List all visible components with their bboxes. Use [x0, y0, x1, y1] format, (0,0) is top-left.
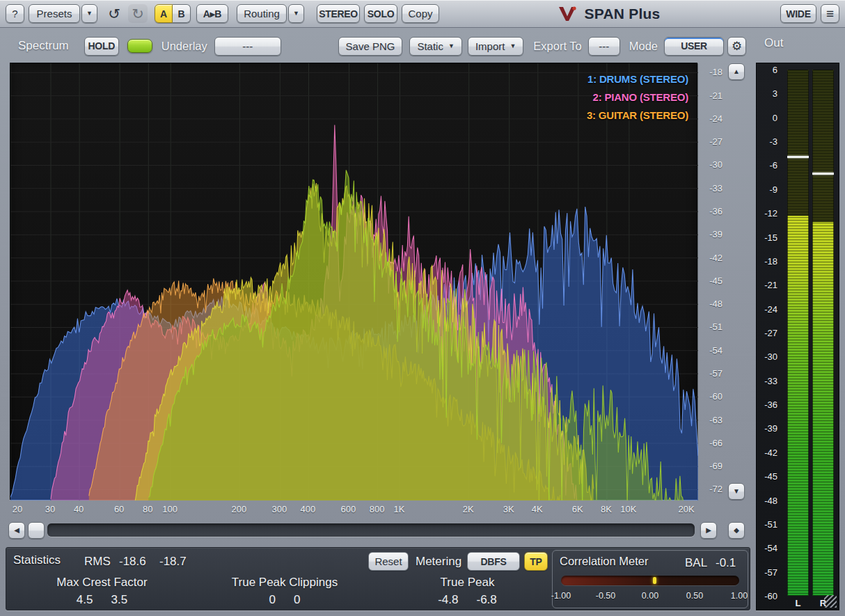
voxengo-logo-mark [557, 5, 578, 23]
presets-button[interactable]: Presets [29, 4, 80, 23]
export-to-label: Export To [533, 40, 581, 53]
freq-tick-label: 80 [143, 504, 152, 514]
dbfs-button[interactable]: DBFS [467, 552, 520, 571]
correlation-scale-label: 0.00 [642, 591, 658, 601]
freq-tick-label: 6K [572, 504, 583, 514]
freq-tick-label: 3K [503, 504, 514, 514]
statistics-panel: Statistics RMS -18.6 -18.7 Reset Meterin… [6, 547, 750, 610]
menu-icon: ≡ [826, 7, 834, 20]
db-tick-label: -63 [709, 414, 722, 425]
redo-icon[interactable]: ↻ [128, 4, 148, 23]
export-to-button[interactable]: --- [588, 37, 620, 56]
freq-tick-label: 20K [678, 504, 694, 514]
scroll-down-button[interactable]: ▼ [728, 483, 745, 500]
true-peak-clippings-right: 0 [294, 593, 300, 607]
meter-bar-left [787, 70, 809, 596]
scroll-left-button[interactable]: ◀ [8, 522, 25, 539]
tab-statistics[interactable]: Statistics [13, 553, 61, 567]
spectrum-legend: 1: DRUMS (STEREO)2: PIANO (STEREO)3: GUI… [587, 70, 688, 125]
copy-button[interactable]: Copy [402, 4, 439, 23]
a-to-b-button[interactable]: A▸B [196, 4, 228, 23]
tab-spectrum[interactable]: Spectrum [10, 33, 77, 58]
tab-correlation-meter[interactable]: Correlation Meter [560, 555, 648, 568]
spectrum-db-scale: -18-21-24-27-30-33-36-39-42-45-48-51-54-… [697, 63, 727, 500]
db-tick-label: -69 [709, 461, 722, 471]
freq-tick-label: 600 [341, 504, 356, 514]
meter-tick-label: -9 [757, 184, 777, 194]
resize-grip[interactable] [824, 595, 837, 608]
db-tick-label: -66 [709, 437, 722, 448]
db-tick-label: -45 [709, 275, 722, 285]
true-peak-clippings-group: True Peak Clippings 0 0 [205, 576, 365, 607]
hold-button[interactable]: HOLD [84, 37, 119, 56]
hscroll-thumb[interactable] [28, 522, 45, 539]
freq-tick-label: 40 [74, 504, 84, 514]
solo-button[interactable]: SOLO [364, 4, 397, 23]
hscroll-track[interactable] [47, 523, 695, 537]
meter-tick-label: -33 [757, 375, 777, 386]
meter-tick-label: -48 [757, 495, 777, 505]
wide-button[interactable]: WIDE [780, 4, 816, 23]
voxengo-logo [557, 5, 578, 23]
menu-button[interactable]: ≡ [821, 4, 839, 23]
db-tick-label: -24 [709, 113, 722, 123]
legend-item: 1: DRUMS (STEREO) [587, 70, 688, 88]
reset-button[interactable]: Reset [368, 552, 409, 571]
help-button[interactable]: ? [6, 4, 24, 23]
ab-a-button[interactable]: A [155, 4, 173, 23]
undo-icon[interactable]: ↺ [104, 4, 124, 23]
db-tick-label: -42 [709, 252, 722, 262]
freq-tick-label: 30 [45, 504, 55, 514]
spectrum-freq-scale: 20304060801002003004006008001K2K3K4K6K8K… [10, 500, 697, 519]
db-tick-label: -21 [709, 90, 722, 100]
rms-label: RMS [84, 555, 111, 569]
bal-value: -0.1 [716, 556, 736, 570]
meter-tick-label: -6 [757, 160, 777, 171]
tp-button[interactable]: TP [524, 552, 548, 571]
save-png-button[interactable]: Save PNG [338, 37, 403, 56]
underlay-select-button[interactable]: --- [214, 37, 281, 56]
ab-b-button[interactable]: B [173, 4, 191, 23]
true-peak-clippings-left: 0 [269, 593, 276, 607]
spectrum-canvas[interactable]: 1: DRUMS (STEREO)2: PIANO (STEREO)3: GUI… [10, 63, 697, 500]
settings-button[interactable]: ⚙ [727, 37, 746, 56]
channel-mode-button[interactable]: STEREO [317, 4, 360, 23]
import-dropdown-button[interactable]: Import ▼ [468, 37, 523, 56]
scroll-right-button[interactable]: ▶ [700, 522, 717, 539]
max-crest-value-right: 3.5 [111, 593, 128, 607]
db-tick-label: -27 [709, 136, 722, 147]
freq-tick-label: 1K [394, 504, 405, 514]
zoom-diamond-button[interactable]: ◆ [728, 522, 745, 539]
rms-value-right: -18.7 [159, 555, 187, 569]
dropdown-arrow-icon: ▼ [448, 43, 455, 49]
tab-out[interactable]: Out [756, 31, 791, 56]
meter-segments-right [812, 70, 834, 596]
db-tick-label: -30 [709, 159, 722, 170]
dropdown-arrow-icon: ▼ [293, 10, 299, 17]
rms-value-left: -18.6 [119, 555, 146, 569]
meter-tick-label: -15 [757, 232, 777, 242]
correlation-scale-label: -0.50 [596, 591, 616, 601]
static-dropdown-button[interactable]: Static ▼ [409, 37, 461, 56]
routing-dropdown-button[interactable]: ▼ [288, 4, 304, 23]
freq-tick-label: 100 [162, 504, 177, 514]
peak-hold-right [812, 173, 834, 175]
spectrum-plot [10, 63, 698, 500]
correlation-indicator [653, 577, 656, 584]
correlation-scale-label: 1.00 [731, 591, 748, 601]
mode-select-button[interactable]: USER [664, 37, 724, 56]
peak-hold-left [787, 156, 809, 158]
scroll-up-button[interactable]: ▲ [728, 63, 745, 80]
routing-button[interactable]: Routing [237, 4, 287, 23]
meter-tick-label: -51 [757, 519, 777, 529]
underlay-label: Underlay [161, 40, 207, 53]
underlay-led-button[interactable] [127, 39, 152, 53]
legend-item: 2: PIANO (STEREO) [587, 88, 688, 106]
max-crest-group: Max Crest Factor 4.5 3.5 [27, 576, 177, 607]
meter-tick-label: 0 [757, 112, 777, 123]
meter-tick-label: -3 [757, 136, 777, 147]
dropdown-arrow-icon: ▼ [86, 10, 93, 17]
meter-tick-label: -27 [757, 328, 777, 338]
presets-dropdown-button[interactable]: ▼ [81, 4, 97, 23]
dropdown-arrow-icon: ▼ [510, 43, 516, 49]
